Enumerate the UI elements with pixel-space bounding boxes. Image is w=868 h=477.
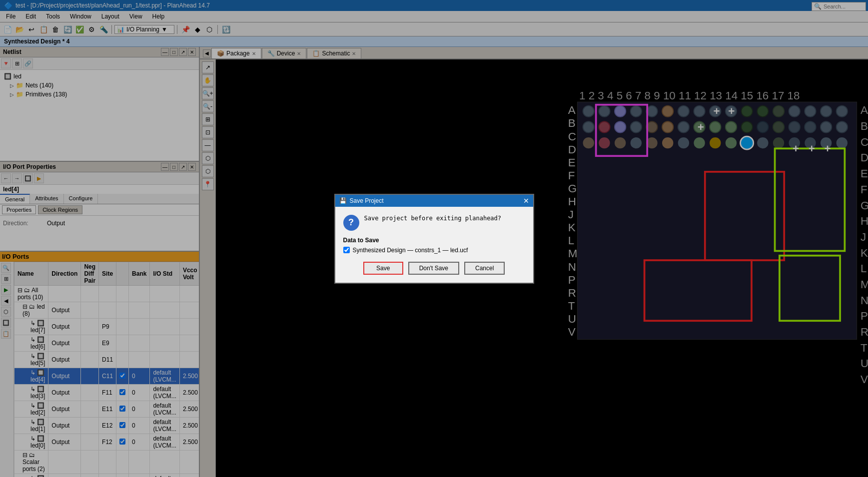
- question-icon: ?: [343, 215, 359, 231]
- dialog-section-label: Data to Save: [343, 237, 525, 244]
- dialog-checkbox-row: Synthesized Design — constrs_1 — led.ucf: [343, 247, 525, 254]
- dialog-checkbox-label: Synthesized Design — constrs_1 — led.ucf: [353, 247, 468, 254]
- dialog-overlay: 💾 Save Project ✕ ? Save project before e…: [0, 0, 868, 477]
- dialog-cancel-btn[interactable]: Cancel: [464, 262, 505, 275]
- dialog-question: ? Save project before exiting planahead?: [343, 215, 525, 231]
- dialog-title-icon: 💾: [339, 197, 347, 204]
- dialog-buttons: Save Don't Save Cancel: [343, 262, 525, 275]
- dialog-save-btn[interactable]: Save: [363, 262, 403, 275]
- dialog-dont-save-btn[interactable]: Don't Save: [408, 262, 459, 275]
- dialog-title: Save Project: [350, 197, 384, 204]
- save-project-dialog: 💾 Save Project ✕ ? Save project before e…: [334, 194, 534, 284]
- dialog-checkbox[interactable]: [343, 247, 350, 253]
- dialog-title-bar: 💾 Save Project ✕: [335, 195, 533, 207]
- dialog-close-btn[interactable]: ✕: [523, 197, 529, 205]
- dialog-question-text: Save project before exiting planahead?: [364, 215, 502, 222]
- dialog-body: ? Save project before exiting planahead?…: [335, 207, 533, 283]
